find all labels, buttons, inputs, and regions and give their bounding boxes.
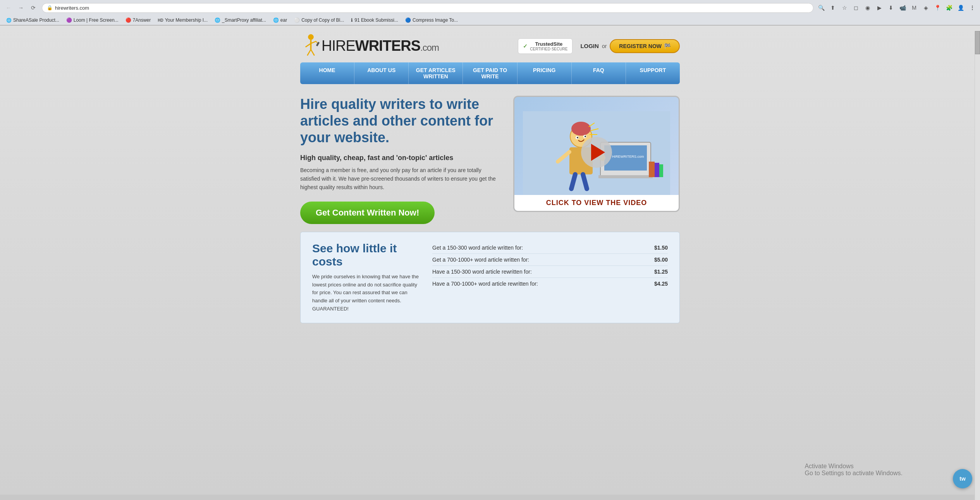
svg-line-2 [306,43,311,47]
ext-icon-6[interactable]: M [910,3,919,12]
bookmark-label: 91 Ebook Submissi... [354,17,398,23]
hero-subheading: High quality, cheap, fast and 'on-topic'… [300,154,502,162]
browser-chrome: ← → ⟳ 🔒 🔍 ⬆ ☆ ◻ ◉ ▶ ⬇ 📹 M ◈ 📍 🧩 👤 ⋮ 🌐 [0,0,980,26]
scrollbar[interactable] [975,31,980,500]
browser-actions: 🔍 ⬆ ☆ ◻ ◉ ▶ ⬇ 📹 M ◈ 📍 🧩 👤 ⋮ [817,3,977,12]
trusted-check-icon: ✓ [523,43,528,49]
nav-pricing[interactable]: PRICING [518,62,572,84]
bookmark-7answer[interactable]: 🔴 7Answer [122,17,154,24]
url-input[interactable] [55,5,808,11]
site-header: HIREWRITERS.com ✓ TrustedSite CERTIFIED … [300,26,680,62]
pricing-table: Get a 150-300 word article written for: … [432,242,668,313]
trusted-site-badge: ✓ TrustedSite CERTIFIED SECURE [518,38,573,54]
header-right: ✓ TrustedSite CERTIFIED SECURE LOGIN or … [518,38,680,54]
logo-figure [300,33,322,59]
pricing-left: See how little it costs We pride ourselv… [312,242,421,313]
logo-hire: HIRE [322,38,355,54]
ext-icon-7[interactable]: ◈ [921,3,930,12]
logo-writers: WRITERS [355,38,420,54]
logo-text: HIREWRITERS.com [322,38,439,54]
ext-icon-1[interactable]: ◻ [851,3,861,12]
bookmark-label: Loom | Free Screen... [74,17,119,23]
ext-icon-5[interactable]: 📹 [898,3,907,12]
ext-icon-3[interactable]: ▶ [875,3,884,12]
browser-toolbar: ← → ⟳ 🔒 🔍 ⬆ ☆ ◻ ◉ ▶ ⬇ 📹 M ◈ 📍 🧩 👤 ⋮ [0,0,980,16]
certified-label: CERTIFIED SECURE [530,47,567,51]
trusted-site-text: TrustedSite CERTIFIED SECURE [530,41,567,51]
bookmark-smartproxy[interactable]: 🌐 _SmartProxy affiliat... [211,17,269,24]
bookmark-icon: ⚪ [294,17,300,23]
pricing-description: We pride ourselves in knowing that we ha… [312,273,421,313]
reload-button[interactable]: ⟳ [28,2,39,13]
pricing-row-3: Have a 150-300 word article rewritten fo… [432,266,668,278]
pricing-row-1: Get a 150-300 word article written for: … [432,242,668,254]
pricing-label-3: Have a 150-300 word article rewritten fo… [432,269,532,275]
or-text: or [602,43,607,49]
pricing-label-1: Get a 150-300 word article written for: [432,245,523,251]
svg-point-17 [571,122,591,136]
nav-get-paid[interactable]: GET PAID TO WRITE [463,62,517,84]
bookmark-label: ear [280,17,287,23]
bookmark-shareasale[interactable]: 🌐 ShareASale Product... [3,17,62,24]
back-button[interactable]: ← [3,2,14,13]
pricing-row-4: Have a 700-1000+ word article rewritten … [432,278,668,290]
bookmark-icon: 🔴 [126,17,131,23]
bookmark-ebook[interactable]: ℹ 91 Ebook Submissi... [348,17,401,24]
bookmark-icon: 🟣 [66,17,72,23]
video-caption: CLICK TO VIEW THE VIDEO [514,195,679,211]
bookmark-copy[interactable]: ⚪ Copy of Copy of Bl... [291,17,347,24]
ext-icon-4[interactable]: ⬇ [886,3,896,12]
lock-icon: 🔒 [47,5,53,10]
search-icon[interactable]: 🔍 [817,3,826,12]
bookmark-icon: 🌐 [273,17,279,23]
pricing-section: See how little it costs We pride ourselv… [300,232,680,323]
video-illustration: HIREWRITERS.com [514,97,679,211]
register-label: REGISTER NOW [619,43,662,49]
video-box[interactable]: HIREWRITERS.com [513,96,680,212]
bookmark-ear[interactable]: 🌐 ear [270,17,290,24]
price-value-2: $5.00 [645,257,668,263]
svg-line-3 [311,41,316,44]
hero-heading: Hire quality writers to write articles a… [300,96,502,146]
bookmark-membership[interactable]: HD Your Membership I... [155,17,211,24]
hero-text: Hire quality writers to write articles a… [300,96,502,224]
svg-point-21 [585,136,586,137]
bookmark-loom[interactable]: 🟣 Loom | Free Screen... [63,17,122,24]
pricing-label-4: Have a 700-1000+ word article rewritten … [432,281,538,287]
trusted-label: TrustedSite [530,41,567,47]
arrow-icon: 🏁 [664,43,671,49]
website-wrapper: HIREWRITERS.com ✓ TrustedSite CERTIFIED … [0,26,980,495]
scrollbar-thumb[interactable] [975,31,980,54]
svg-rect-13 [649,162,655,177]
ext-icon-8[interactable]: 📍 [933,3,942,12]
play-triangle-icon [591,144,605,161]
bookmark-compress[interactable]: 🔵 Compress Image To... [402,17,461,24]
browser-menu-icon[interactable]: ⋮ [968,3,977,12]
address-bar[interactable]: 🔒 [42,3,813,13]
nav-faq[interactable]: FAQ [572,62,626,84]
ext-icon-9[interactable]: 🧩 [944,3,954,12]
nav-support[interactable]: SUPPORT [626,62,680,84]
hero-description: Becoming a member is free, and you only … [300,166,502,192]
login-area: LOGIN or REGISTER NOW 🏁 [580,39,680,53]
nav-get-articles[interactable]: GET ARTICLES WRITTEN [409,62,463,84]
bookmark-icon: 🌐 [6,18,12,23]
star-icon[interactable]: ☆ [840,3,849,12]
forward-button[interactable]: → [15,2,26,13]
bookmark-label: Your Membership I... [165,17,208,23]
login-link[interactable]: LOGIN [580,43,599,49]
bookmark-icon: 🌐 [215,17,220,23]
register-button[interactable]: REGISTER NOW 🏁 [610,39,680,53]
nav-bar: HOME ABOUT US GET ARTICLES WRITTEN GET P… [300,62,680,84]
logo-area: HIREWRITERS.com [300,33,439,59]
ext-icon-2[interactable]: ◉ [863,3,872,12]
price-value-1: $1.50 [645,245,668,251]
bookmark-label: Compress Image To... [413,17,458,23]
tw-widget[interactable]: tw [953,469,972,488]
play-button[interactable] [581,137,612,168]
cta-button[interactable]: Get Content Written Now! [300,202,435,224]
nav-about[interactable]: ABOUT US [354,62,409,84]
nav-home[interactable]: HOME [300,62,354,84]
share-icon[interactable]: ⬆ [828,3,837,12]
profile-icon[interactable]: 👤 [956,3,965,12]
